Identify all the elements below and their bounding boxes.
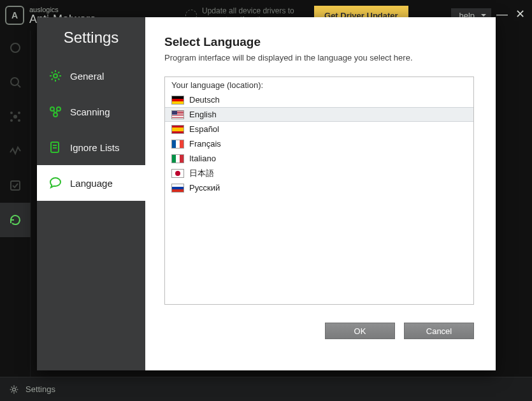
list-icon [48,140,62,154]
page-title: Select Language [164,35,474,49]
speech-icon [48,176,62,190]
statusbar-settings-label[interactable]: Settings [25,384,55,394]
svg-point-5 [18,112,20,114]
nav-general-label: General [70,71,104,82]
tool-icon-6[interactable] [0,203,31,237]
dialog-sidebar: Settings General Scanning Ignore Lists L… [37,17,145,370]
svg-point-0 [11,43,20,52]
svg-point-6 [10,119,13,122]
listbox-label: Your language (location): [165,77,473,92]
svg-point-1 [11,78,18,85]
lang-row-ja[interactable]: 日本語 [165,166,473,180]
svg-point-7 [18,119,20,122]
lang-row-fr[interactable]: Français [165,136,473,151]
nav-general[interactable]: General [37,58,145,94]
language-listbox[interactable]: Your language (location): Deutsch Englis… [164,77,474,305]
page-desc: Program interface will be displayed in t… [164,53,474,62]
tool-icon-4[interactable] [0,134,31,168]
dialog-button-row: OK Cancel [164,323,474,339]
svg-point-4 [10,112,13,114]
statusbar: Settings [0,377,532,401]
dialog-sidebar-title: Settings [37,29,145,47]
svg-point-9 [13,388,16,391]
lang-label: English [189,110,217,119]
lang-row-en[interactable]: English [165,107,473,122]
nav-ignore-lists[interactable]: Ignore Lists [37,129,145,165]
gear-icon [48,69,62,83]
flag-it-icon [171,154,184,163]
brand-small: auslogics [29,6,96,13]
tool-icon-5[interactable] [0,168,31,203]
lang-row-ru[interactable]: Русский [165,180,473,195]
lang-row-es[interactable]: Español [165,122,473,136]
close-dialog-button[interactable]: ✕ [479,21,491,38]
flag-de-icon [171,96,184,105]
tool-icon-1[interactable] [0,31,31,65]
flag-us-icon [171,110,184,119]
left-toolstrip [0,31,31,377]
svg-point-3 [13,115,17,119]
flag-es-icon [171,125,184,134]
app-window: A auslogics Anti-Malware Update all devi… [0,0,532,401]
nav-scanning[interactable]: Scanning [37,94,145,129]
lang-row-it[interactable]: Italiano [165,151,473,166]
nav-scanning-label: Scanning [70,106,110,117]
flag-jp-icon [171,169,184,178]
gear-icon [9,384,19,395]
lang-label: Français [189,139,221,149]
lang-label: Deutsch [189,95,220,105]
lang-label: Русский [189,183,220,193]
svg-point-10 [54,74,57,78]
tool-icon-3[interactable] [0,99,31,134]
close-window-button[interactable]: ✕ [513,8,527,22]
settings-dialog: ✕ Settings General Scanning Ignore Lists… [37,17,496,370]
nav-language-label: Language [70,178,113,189]
flag-fr-icon [171,140,184,149]
app-logo-icon: A [5,6,24,25]
lang-label: Italiano [189,154,216,163]
minimize-button[interactable]: — [495,8,509,22]
svg-point-13 [54,113,57,117]
flag-ru-icon [171,184,184,193]
nav-ignore-label: Ignore Lists [70,142,120,153]
svg-line-2 [18,85,20,87]
ok-button[interactable]: OK [325,323,395,339]
svg-rect-8 [11,181,20,190]
nodes-icon [48,105,62,119]
dialog-main: Select Language Program interface will b… [145,17,496,370]
nav-language[interactable]: Language [37,165,145,201]
cancel-button[interactable]: Cancel [404,323,474,339]
tool-icon-2[interactable] [0,65,31,99]
lang-label: Español [189,124,219,134]
lang-row-de[interactable]: Deutsch [165,92,473,107]
lang-label: 日本語 [189,168,214,179]
